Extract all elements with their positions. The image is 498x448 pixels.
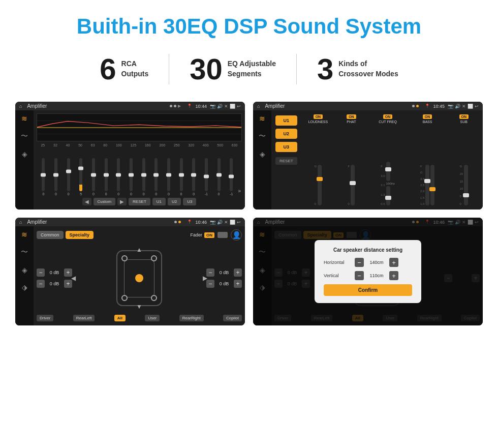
- eq-slider-0[interactable]: 0: [38, 157, 49, 196]
- db-plus-br[interactable]: +: [234, 280, 242, 288]
- eq-sidebar-speaker[interactable]: ◈: [22, 150, 27, 158]
- arrow-left-icon[interactable]: ◀: [71, 275, 76, 282]
- bass-on[interactable]: ON: [423, 114, 432, 119]
- home-icon-3[interactable]: ⌂: [19, 220, 22, 225]
- eq-sidebar-wave[interactable]: 〜: [21, 132, 28, 141]
- eq-slider-2[interactable]: 0: [63, 157, 74, 196]
- eq-graph: [37, 113, 242, 141]
- copilot-btn[interactable]: Copilot: [223, 315, 242, 321]
- fader-on-badge[interactable]: ON: [204, 232, 214, 238]
- home-icon[interactable]: ⌂: [19, 104, 22, 109]
- phat-on[interactable]: ON: [347, 114, 356, 119]
- eq-slider-4[interactable]: 0: [88, 157, 100, 196]
- eq-slider-6[interactable]: 0: [113, 157, 124, 196]
- channel-loudness: ON LOUDNESS G0: [302, 114, 334, 205]
- db-minus-bl[interactable]: −: [37, 280, 45, 288]
- crossover-sidebar-speaker[interactable]: ◈: [260, 150, 265, 158]
- specialty-tab[interactable]: Specialty: [66, 231, 94, 239]
- speaker-br: [151, 295, 157, 301]
- dot-2: [174, 105, 176, 107]
- driver-btn[interactable]: Driver: [37, 315, 53, 321]
- sub-label: SUB: [460, 120, 468, 124]
- screenshots-grid: ⌂ Amplifier ▶ 📍 10:44 📷 🔊 ✕ ⬜ ↩ ≋ 〜 ◈: [0, 97, 498, 341]
- back-icon[interactable]: ↩: [237, 104, 241, 109]
- rearleft-btn[interactable]: RearLeft: [73, 315, 95, 321]
- next-arrow[interactable]: ▶: [117, 198, 127, 205]
- fader-sidebar-arrows[interactable]: ⬗: [22, 283, 27, 291]
- fader-label: Fader: [190, 232, 202, 237]
- all-btn[interactable]: All: [114, 315, 126, 321]
- reset-btn[interactable]: RESET: [129, 198, 150, 205]
- eq-slider-14[interactable]: 0: [213, 157, 225, 196]
- cutfreq-slider-f[interactable]: [386, 162, 390, 181]
- eq-slider-12[interactable]: 0: [188, 157, 200, 196]
- bass-label: BASS: [423, 120, 432, 124]
- common-tab[interactable]: Common: [37, 231, 64, 239]
- crossover-sidebar-eq[interactable]: ≋: [259, 114, 265, 123]
- cutfreq-on[interactable]: ON: [383, 114, 393, 119]
- preset-u2[interactable]: U2: [275, 129, 297, 139]
- user-btn[interactable]: User: [145, 315, 160, 321]
- custom-btn[interactable]: Custom: [94, 198, 116, 205]
- eq-sidebar-eq[interactable]: ≋: [21, 114, 27, 123]
- horizontal-plus-btn[interactable]: +: [389, 258, 398, 267]
- home-icon-2[interactable]: ⌂: [257, 104, 260, 109]
- fader-person-icon[interactable]: 👤: [231, 229, 242, 241]
- cutfreq-slider-g[interactable]: [386, 186, 390, 205]
- db-minus-tl[interactable]: −: [37, 268, 45, 277]
- db-value-bl: 0 dB: [47, 281, 62, 286]
- arrow-right-icon-2[interactable]: ▶: [203, 275, 207, 282]
- preset-u3[interactable]: U3: [275, 142, 297, 152]
- fader-sidebar-wave[interactable]: 〜: [21, 248, 28, 257]
- arrow-down-icon[interactable]: ▼: [136, 303, 142, 310]
- loudness-on[interactable]: ON: [314, 114, 323, 119]
- eq-slider-15[interactable]: -1: [226, 157, 237, 196]
- fader-center-dot[interactable]: [135, 274, 143, 282]
- eq-slider-5[interactable]: 0: [100, 157, 112, 196]
- db-plus-tr[interactable]: +: [234, 268, 242, 277]
- crossover-title: Amplifier: [265, 103, 409, 109]
- eq-slider-3[interactable]: 5: [75, 157, 87, 196]
- arrow-right-icon[interactable]: »: [238, 188, 241, 196]
- eq-slider-1[interactable]: 0: [50, 157, 62, 196]
- phat-slider[interactable]: [351, 165, 355, 205]
- u3-btn[interactable]: U3: [183, 198, 196, 205]
- cutfreq-scale: F3.02.11.30.5: [381, 165, 385, 205]
- sub-slider[interactable]: [464, 165, 468, 205]
- bass-slider-2[interactable]: [430, 165, 434, 205]
- vertical-row: Vertical − 110cm +: [324, 271, 412, 280]
- eq-slider-7[interactable]: 0: [126, 157, 137, 196]
- crossover-reset[interactable]: RESET: [275, 157, 297, 165]
- arrow-up-icon[interactable]: ▲: [136, 246, 142, 253]
- eq-slider-9[interactable]: 0: [150, 157, 162, 196]
- eq-slider-11[interactable]: 0: [175, 157, 187, 196]
- u2-btn[interactable]: U2: [168, 198, 181, 205]
- loudness-slider[interactable]: [318, 165, 322, 205]
- rearright-btn[interactable]: RearRight: [179, 315, 204, 321]
- vertical-plus-btn[interactable]: +: [389, 271, 398, 280]
- u1-btn[interactable]: U1: [152, 198, 166, 205]
- fader-screen-content: ≋ 〜 ◈ ⬗ Common Specialty Fader ON 👤: [15, 226, 245, 325]
- back-icon-3[interactable]: ↩: [237, 220, 241, 225]
- location-icon: 📍: [187, 104, 192, 108]
- fader-sidebar-eq[interactable]: ≋: [21, 230, 27, 238]
- vertical-minus-btn[interactable]: −: [355, 271, 364, 280]
- horizontal-minus-btn[interactable]: −: [355, 258, 364, 267]
- preset-u1[interactable]: U1: [275, 115, 297, 126]
- db-minus-br[interactable]: −: [206, 280, 214, 288]
- eq-slider-8[interactable]: 0: [138, 157, 149, 196]
- confirm-button[interactable]: Confirm: [324, 284, 412, 296]
- eq-slider-10[interactable]: 0: [163, 157, 175, 196]
- db-minus-tr[interactable]: −: [206, 268, 214, 277]
- sub-on[interactable]: ON: [459, 114, 469, 119]
- fader-sidebar-speaker[interactable]: ◈: [22, 266, 27, 274]
- crossover-status-bar: ⌂ Amplifier 📍 10:45 📷 🔊 ✕ ⬜ ↩: [253, 102, 483, 110]
- prev-arrow[interactable]: ◀: [82, 198, 91, 205]
- close-icon-2: ✕: [462, 104, 466, 109]
- phat-sliders: F0: [348, 125, 355, 205]
- close-icon-3: ✕: [224, 220, 228, 225]
- bass-slider-1[interactable]: [425, 165, 429, 205]
- back-icon-2[interactable]: ↩: [475, 104, 479, 109]
- crossover-sidebar-wave[interactable]: 〜: [259, 132, 266, 141]
- eq-slider-13[interactable]: -1: [201, 157, 212, 196]
